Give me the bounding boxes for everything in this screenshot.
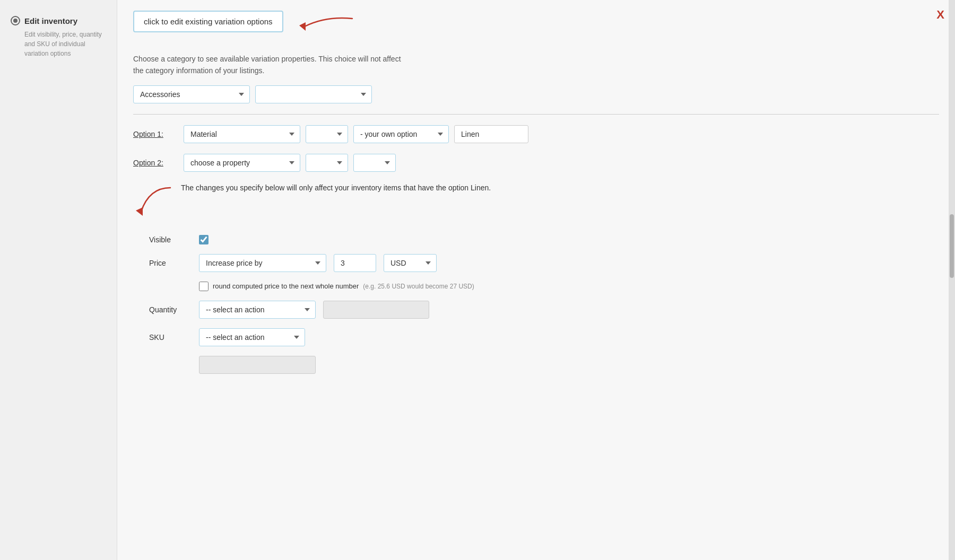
option1-modifier-select[interactable] [306, 125, 348, 143]
quantity-value-input [323, 301, 429, 319]
option2-value-select[interactable] [353, 154, 396, 172]
visible-label: Visible [149, 235, 192, 244]
option1-own-option-select[interactable]: - your own option add a value [353, 125, 449, 143]
option1-property-select[interactable]: Material Color Size [184, 125, 300, 143]
category-select-2[interactable] [255, 85, 372, 103]
option1-label: Option 1: [133, 130, 178, 138]
quantity-row: Quantity -- select an action Set quantit… [149, 301, 939, 319]
price-action-select[interactable]: Increase price by Decrease price by Set … [199, 254, 326, 272]
sku-row: SKU -- select an action Set SKU to [149, 328, 939, 346]
price-label: Price [149, 259, 192, 267]
sku-value-input [199, 356, 316, 374]
price-row: Price Increase price by Decrease price b… [149, 254, 939, 272]
category-description: Choose a category to see available varia… [133, 53, 611, 77]
round-row: round computed price to the next whole n… [199, 282, 939, 291]
scrollbar[interactable] [949, 0, 955, 560]
sku-extra [199, 356, 939, 374]
radio-edit-inventory[interactable] [11, 16, 20, 25]
sidebar-description: Edit visibility, price, quantity and SKU… [24, 30, 106, 58]
form-section: Visible Price Increase price by Decrease… [149, 235, 939, 374]
option2-row: Option 2: choose a property Color Size [133, 154, 939, 172]
option1-row: Option 1: Material Color Size - your own… [133, 125, 939, 143]
sidebar: Edit inventory Edit visibility, price, q… [0, 0, 117, 560]
option2-modifier-select[interactable] [306, 154, 348, 172]
sidebar-section-title: Edit inventory [11, 16, 106, 25]
quantity-label: Quantity [149, 305, 192, 314]
arrow-info-icon [133, 185, 176, 222]
option1-text-input[interactable] [454, 125, 528, 143]
currency-select[interactable]: USD EUR GBP [384, 254, 437, 272]
price-value-input[interactable] [334, 254, 376, 272]
round-label[interactable]: round computed price to the next whole n… [213, 282, 359, 290]
svg-marker-0 [299, 22, 306, 31]
option2-label: Option 2: [133, 159, 178, 167]
round-checkbox[interactable] [199, 282, 209, 291]
close-button[interactable]: X [936, 8, 944, 22]
info-text: The changes you specify below will only … [181, 182, 491, 194]
quantity-action-select[interactable]: -- select an action Set quantity to Incr… [199, 301, 316, 319]
info-section: The changes you specify below will only … [133, 182, 939, 222]
section-divider [133, 114, 939, 115]
main-content: X click to edit existing variation optio… [117, 0, 955, 560]
sku-action-select[interactable]: -- select an action Set SKU to [199, 328, 305, 346]
option2-property-select[interactable]: choose a property Color Size [184, 154, 300, 172]
edit-variations-button[interactable]: click to edit existing variation options [133, 11, 283, 32]
arrow-to-button-icon [294, 11, 358, 42]
scrollbar-thumb[interactable] [950, 214, 954, 278]
sidebar-title-label: Edit inventory [24, 16, 77, 25]
svg-marker-1 [136, 207, 143, 216]
visible-checkbox-wrap [199, 235, 209, 244]
round-note: (e.g. 25.6 USD would become 27 USD) [363, 283, 474, 290]
category-select-1[interactable]: Accessories Clothing Jewelry Art [133, 85, 250, 103]
visible-checkbox[interactable] [199, 235, 209, 244]
visible-row: Visible [149, 235, 939, 244]
edit-btn-row: click to edit existing variation options [133, 11, 939, 42]
sku-label: SKU [149, 333, 192, 342]
category-selects: Accessories Clothing Jewelry Art [133, 85, 939, 103]
